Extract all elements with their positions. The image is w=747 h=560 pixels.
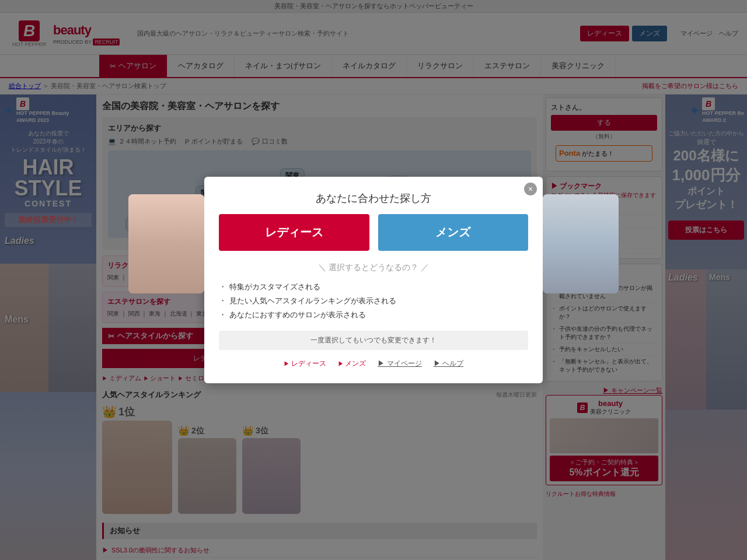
modal-mens-button[interactable]: メンズ xyxy=(378,214,529,251)
modal-question: ＼ 選択するとどうなるの？ ／ xyxy=(219,262,528,273)
modal-title: あなたに合わせた探し方 xyxy=(219,191,528,205)
modal-bullets: 特集がカスタマイズされる 見たい人気ヘアスタイルランキングが表示される あなたに… xyxy=(219,280,528,322)
modal-footer-mypage[interactable]: ▶ マイページ xyxy=(378,359,421,369)
modal-box: × あなたに合わせた探し方 レディース メンズ ＼ 選択するとどうなるの？ ／ … xyxy=(204,177,543,383)
modal-question-text: ＼ 選択するとどうなるの？ ／ xyxy=(318,262,429,272)
modal-bullet-3: あなたにおすすめのサロンが表示される xyxy=(219,308,528,322)
modal-woman-photo xyxy=(128,194,204,293)
modal-bullet-1: 特集がカスタマイズされる xyxy=(219,280,528,294)
modal-close-button[interactable]: × xyxy=(524,183,537,195)
modal-footer: レディース メンズ ▶ マイページ ▶ ヘルプ xyxy=(219,359,528,369)
modal-notice: 一度選択してもいつでも変更できます！ xyxy=(219,331,528,350)
modal-bullet-2: 見たい人気ヘアスタイルランキングが表示される xyxy=(219,294,528,308)
modal-footer-mens[interactable]: メンズ xyxy=(338,359,366,369)
man-photo-bg xyxy=(543,194,619,293)
modal-footer-ladies[interactable]: レディース xyxy=(284,359,326,369)
modal-footer-help[interactable]: ▶ ヘルプ xyxy=(434,359,463,369)
modal-gender-buttons: レディース メンズ xyxy=(219,214,528,251)
modal-man-photo xyxy=(543,194,619,293)
woman-photo-bg xyxy=(128,194,204,293)
modal-overlay[interactable]: × あなたに合わせた探し方 レディース メンズ ＼ 選択するとどうなるの？ ／ … xyxy=(0,0,747,560)
modal-ladies-button[interactable]: レディース xyxy=(219,214,369,251)
